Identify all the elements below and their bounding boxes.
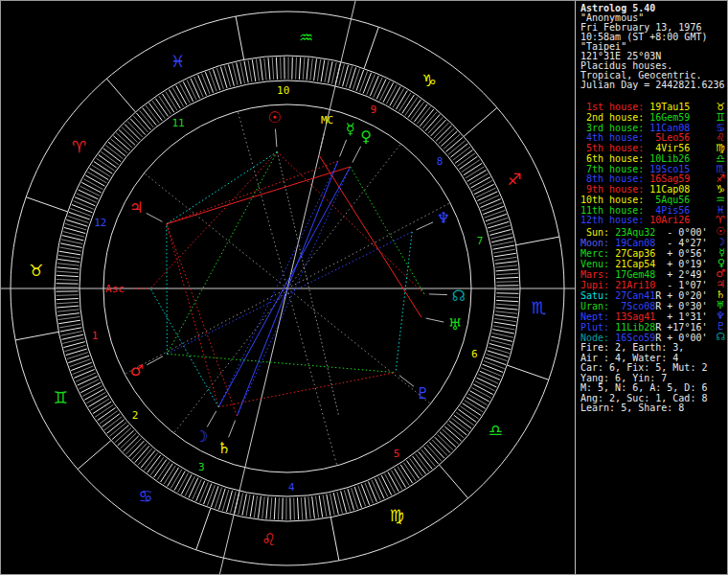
planet-position: 17Gem48 [615,269,655,280]
planet-name: Venu: [580,259,615,269]
aspect-lines [150,151,424,416]
planet-velocity: +17°16' [661,322,707,333]
header-line: Julian Day = 2442821.6236 [580,80,725,90]
house-label: 4th house: [580,132,649,143]
house-cusp-value: 16Sag59 [649,173,690,184]
house-cusp-value: 5Leo56 [649,132,690,143]
house-cusp-value: 4Vir56 [649,143,690,153]
stats-line: M: 5, N: 6, A: 5, D: 6 [580,383,707,394]
chart-wheel-area: 123456789101112♈♉♊♋♌♍♎♏♐♑♒♓☉☽☿♀♂♃♄♅♆♇☊As… [1,1,576,575]
planet-name: Sun: [580,227,615,238]
planet-name: Nept: [580,311,615,322]
asc-label: Asc [105,283,125,295]
house-label: 2nd house: [580,112,649,123]
astrolog-window: 123456789101112♈♉♊♋♌♍♎♏♐♑♒♓☉☽☿♀♂♃♄♅♆♇☊As… [0,0,728,575]
planet-velocity: + 0°30' [661,301,707,311]
taurus-sign-icon: ♉ [29,261,43,280]
planet-row: Mars: 17Gem48 + 2°49'♂ [580,269,726,280]
house-cusp-value: 10Ari26 [649,215,690,225]
mc-label: MC [321,114,333,126]
neptune-planet-icon: ♆ [437,209,450,227]
uranus-planet-icon: ♅ [448,315,462,334]
house-number-6: 6 [471,348,478,360]
libra-sign-icon: ♎ [489,421,503,440]
planet-position: 27Cap36 [615,248,655,259]
house-cusp-list: 1st house: 19Tau15♉ 2nd house: 16Gem59♊ … [580,103,726,226]
house-cusp-value: 11Can08 [649,123,690,133]
info-sidebar: Astrolog 5.40"Anonymous"Fri February 13,… [578,1,728,575]
sun-planet-icon: ☉ [267,108,281,126]
house-cusp-value: 16Gem59 [649,112,690,123]
house-number-7: 7 [477,235,484,247]
planet-row: Satu: 27Can41R + 0°20'♄ [580,290,726,301]
planet-row: Plut: 11Lib28R +17°16'♇ [580,322,726,333]
planet-position: 21Cap54 [615,259,655,269]
mars-planet-icon: ♂ [130,361,144,380]
aquarius-sign-icon: ♒ [299,28,313,47]
house-label: 1st house: [580,102,649,112]
house-row: 12th house: 10Ari26♈ [580,216,726,226]
node-planet-icon: ☊ [452,287,466,305]
sagittarius-sign-icon: ♐ [507,170,521,189]
planet-row: Merc: 27Cap36 + 0°56'☿ [580,248,726,259]
gemini-sign-icon: ♊ [53,388,67,407]
house-label: 7th house: [580,164,649,174]
planet-velocity: - 4°27' [661,238,707,248]
mercury-planet-icon: ☿ [346,120,355,138]
saturn-planet-icon: ♄ [217,439,231,457]
house-cusp-value: 5Aqu56 [649,195,690,205]
planet-name: Mars: [580,269,615,280]
house-number-3: 3 [198,461,205,473]
planet-row: Moon: 19Can08 - 4°27'☽ [580,238,726,248]
house-label: 10th house: [580,195,649,205]
house-label: 6th house: [580,153,649,164]
planet-row: Jupi: 21Ari10 - 1°07'♃ [580,280,726,290]
planet-position: 13Sag41 [615,311,655,322]
planet-velocity: + 0°20' [661,290,707,301]
planet-row: Nept: 13Sag41 + 1°31'♆ [580,311,726,322]
house-label: 11th house: [580,205,649,216]
house-number-9: 9 [370,104,376,116]
house-label: 3rd house: [580,123,649,133]
planet-name: Plut: [580,322,615,333]
house-number-8: 8 [437,155,444,168]
house-number-12: 12 [94,217,106,229]
house-label: 5th house: [580,143,649,153]
house-number-10: 10 [277,84,289,97]
planet-glyphs: ☉☽☿♀♂♃♄♅♆♇☊AscMC [105,108,466,457]
planet-position: 21Ari10 [615,280,655,290]
planet-position: 11Lib28 [615,322,655,333]
house-label: 12th house: [580,215,649,225]
planet-velocity: - 0°00' [661,227,707,238]
planet-position-list: Sun: 23Aqu32 - 0°00'☉Moon: 19Can08 - 4°2… [580,227,726,343]
planet-position: 23Aqu32 [615,227,655,238]
planet-row: Sun: 23Aqu32 - 0°00'☉ [580,227,726,238]
planet-velocity: + 2°49' [661,269,707,280]
planet-position: 7Sco08 [615,301,655,311]
house-number-4: 4 [288,481,295,494]
pisces-sign-icon: ♓ [171,52,185,71]
sidebar-divider [575,1,576,575]
planet-velocity: + 1°31' [661,311,707,322]
capricorn-sign-icon: ♑ [421,71,436,90]
house-cusp-value: 19Sco15 [649,164,690,174]
node-planet-icon: ☊ [716,332,725,342]
planet-name: Satu: [580,290,615,301]
leo-sign-icon: ♌ [262,530,276,549]
venus-planet-icon: ♀ [360,127,372,146]
planet-row: Venu: 21Cap54 + 0°19'♀ [580,259,726,269]
jupiter-planet-icon: ♃ [129,198,143,217]
cancer-sign-icon: ♋ [138,487,152,506]
planet-name: Merc: [580,248,615,259]
planet-name: Uran: [580,301,615,311]
planet-row: Uran: 7Sco08R + 0°30'♅ [580,301,726,311]
house-cusp-value: 4Pis56 [649,205,690,216]
house-number-11: 11 [171,117,184,129]
element-stats: Fire: 2, Earth: 3,Air : 4, Water: 4Car: … [580,343,707,414]
house-cusp-value: 10Lib26 [649,153,690,164]
stats-line: Car: 6, Fix: 5, Mut: 2 [580,363,707,374]
house-cusp-value: 19Tau15 [649,102,690,112]
stats-line: Learn: 5, Share: 8 [580,403,707,414]
planet-name: Moon: [580,238,615,248]
planet-velocity: + 0°56' [661,248,707,259]
